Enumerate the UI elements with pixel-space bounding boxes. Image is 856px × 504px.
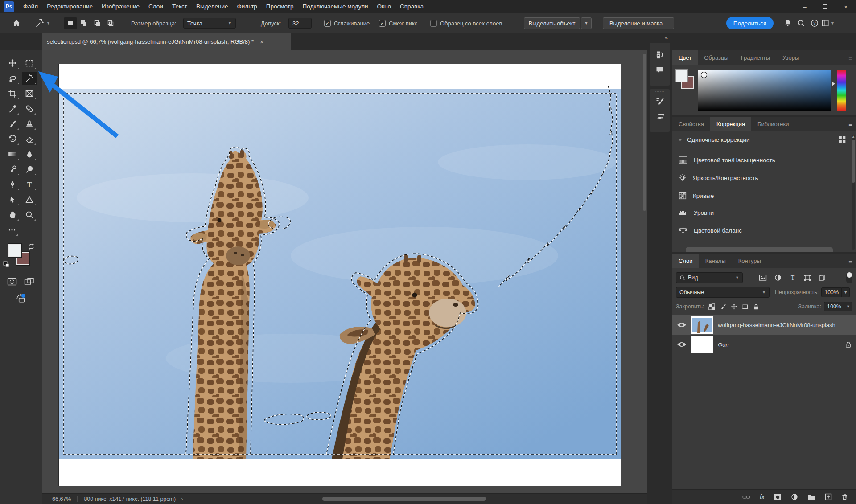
menu-layers[interactable]: Слои xyxy=(144,0,168,13)
minimize-button[interactable]: – xyxy=(794,0,815,13)
clone-stamp-tool[interactable] xyxy=(22,117,37,131)
menu-file[interactable]: Файл xyxy=(19,0,42,13)
rotate-view-icon[interactable] xyxy=(15,292,27,303)
tab-layers[interactable]: Слои xyxy=(672,254,699,268)
layer-filter-toggle[interactable] xyxy=(846,272,852,283)
tab-adjustments[interactable]: Коррекция xyxy=(710,117,751,131)
chevron-down-icon[interactable]: ▼ xyxy=(46,21,50,25)
workspace-switcher-icon[interactable]: ▼ xyxy=(821,16,835,30)
intersect-selection-mode-button[interactable] xyxy=(104,17,117,29)
layer-effects-icon[interactable]: fx xyxy=(760,493,765,500)
dodge-tool[interactable] xyxy=(5,163,20,176)
menu-filter[interactable]: Фильтр xyxy=(232,0,261,13)
adjustment-hue-saturation[interactable]: Цветовой тон/Насыщенность xyxy=(679,153,775,167)
magic-wand-tool[interactable] xyxy=(22,72,37,85)
close-tab-icon[interactable]: × xyxy=(260,38,263,45)
fill-dropdown-icon[interactable]: ▼ xyxy=(844,302,852,311)
brushes-panel-icon[interactable] xyxy=(650,109,670,124)
hand-tool[interactable] xyxy=(5,208,20,221)
search-icon[interactable] xyxy=(794,16,808,30)
lock-transparency-icon[interactable] xyxy=(708,303,715,310)
screen-mode-icon[interactable] xyxy=(24,278,35,286)
canvas-horizontal-scrollbar[interactable] xyxy=(322,497,486,501)
sample-size-select[interactable]: Точка▼ xyxy=(183,18,236,29)
maximize-button[interactable] xyxy=(815,0,835,13)
shape-tool[interactable] xyxy=(22,193,37,206)
adjustment-curves[interactable]: Кривые xyxy=(679,189,714,202)
opacity-dropdown-icon[interactable]: ▼ xyxy=(842,287,850,297)
tab-properties[interactable]: Свойства xyxy=(672,117,710,131)
layer-thumbnail[interactable] xyxy=(691,316,713,334)
panel-menu-icon[interactable]: ≡ xyxy=(848,54,852,61)
menu-window[interactable]: Окно xyxy=(373,0,395,13)
quick-mask-icon[interactable] xyxy=(7,278,17,286)
adjustment-item-partially-hidden[interactable] xyxy=(686,247,833,252)
comments-panel-icon[interactable] xyxy=(650,62,670,78)
filter-adjustment-layers-icon[interactable] xyxy=(774,274,782,281)
new-group-folder-icon[interactable] xyxy=(807,494,815,500)
menu-select[interactable]: Выделение xyxy=(192,0,233,13)
history-brush-tool[interactable] xyxy=(5,132,20,146)
layer-thumbnail[interactable] xyxy=(691,336,713,353)
gradient-tool[interactable] xyxy=(5,148,20,161)
menu-view[interactable]: Просмотр xyxy=(262,0,298,13)
panel-scrollbar-thumb[interactable] xyxy=(852,140,855,183)
contiguous-checkbox[interactable]: ✓ Смеж.пикс xyxy=(379,13,417,33)
tab-channels[interactable]: Каналы xyxy=(699,254,732,268)
brush-settings-panel-icon[interactable] xyxy=(650,94,670,109)
menu-help[interactable]: Справка xyxy=(395,0,428,13)
status-chevron-icon[interactable]: › xyxy=(181,496,183,502)
tab-libraries[interactable]: Библиотеки xyxy=(751,117,795,131)
type-tool[interactable]: T xyxy=(22,178,37,191)
adjustment-levels[interactable]: Уровни xyxy=(679,206,714,219)
panel-menu-icon[interactable]: ≡ xyxy=(848,257,852,265)
filter-pixel-layers-icon[interactable] xyxy=(759,274,767,281)
eyedropper-tool[interactable] xyxy=(5,102,20,115)
zoom-tool[interactable] xyxy=(22,208,37,221)
filter-smart-objects-icon[interactable] xyxy=(819,274,826,281)
add-to-selection-mode-button[interactable] xyxy=(78,17,90,29)
lasso-tool[interactable] xyxy=(5,72,20,85)
color-picker-cursor[interactable] xyxy=(701,72,707,78)
menu-type[interactable]: Текст xyxy=(168,0,192,13)
layer-row-background[interactable]: Фон xyxy=(672,335,856,354)
adjustment-color-balance[interactable]: Цветовой баланс xyxy=(679,224,742,237)
grid-view-icon[interactable] xyxy=(838,135,846,143)
move-tool[interactable] xyxy=(5,57,20,70)
subtract-from-selection-mode-button[interactable] xyxy=(91,17,103,29)
document-tab[interactable]: selection.psd @ 66,7% (wolfgang-hasselma… xyxy=(42,33,291,50)
foreground-color-swatch[interactable] xyxy=(675,69,688,82)
menu-edit[interactable]: Редактирование xyxy=(42,0,97,13)
foreground-color-swatch[interactable] xyxy=(8,244,21,257)
new-selection-mode-button[interactable] xyxy=(64,17,77,29)
hue-slider[interactable] xyxy=(837,70,846,111)
menu-plugins[interactable]: Подключаемые модули xyxy=(298,0,372,13)
blur-tool[interactable] xyxy=(22,148,37,161)
select-subject-dropdown-button[interactable]: ▼ xyxy=(581,17,592,29)
help-icon[interactable]: ? xyxy=(808,16,821,30)
default-colors-icon[interactable] xyxy=(3,261,10,268)
edit-toolbar-ellipsis-icon[interactable] xyxy=(5,223,19,237)
filter-shape-layers-icon[interactable] xyxy=(804,274,811,281)
pen-tool[interactable] xyxy=(5,178,20,191)
canvas-vertical-scrollbar[interactable] xyxy=(643,54,646,211)
add-layer-mask-icon[interactable] xyxy=(774,494,782,500)
select-and-mask-button[interactable]: Выделение и маска... xyxy=(603,17,674,29)
visibility-eye-icon[interactable] xyxy=(677,341,687,348)
document-canvas[interactable] xyxy=(59,64,621,486)
tab-paths[interactable]: Контуры xyxy=(732,254,767,268)
filter-type-layers-icon[interactable]: T xyxy=(789,274,796,281)
lock-pixels-icon[interactable] xyxy=(720,303,726,310)
close-button[interactable]: × xyxy=(835,0,856,13)
single-adjustments-header[interactable]: Одиночные коррекции xyxy=(678,136,750,143)
link-layers-icon[interactable] xyxy=(742,493,750,500)
healing-brush-tool[interactable] xyxy=(22,102,37,115)
delete-layer-trash-icon[interactable] xyxy=(841,493,848,500)
notifications-bell-icon[interactable] xyxy=(781,16,794,30)
panel-menu-icon[interactable]: ≡ xyxy=(848,120,852,128)
sample-all-layers-checkbox[interactable]: Образец со всех слоев xyxy=(430,13,502,33)
toolbar-grip[interactable]: •••••• xyxy=(0,50,42,55)
brush-tool[interactable] xyxy=(5,117,20,131)
crop-tool[interactable] xyxy=(5,87,20,100)
select-subject-button[interactable]: Выделить объект xyxy=(524,17,580,29)
